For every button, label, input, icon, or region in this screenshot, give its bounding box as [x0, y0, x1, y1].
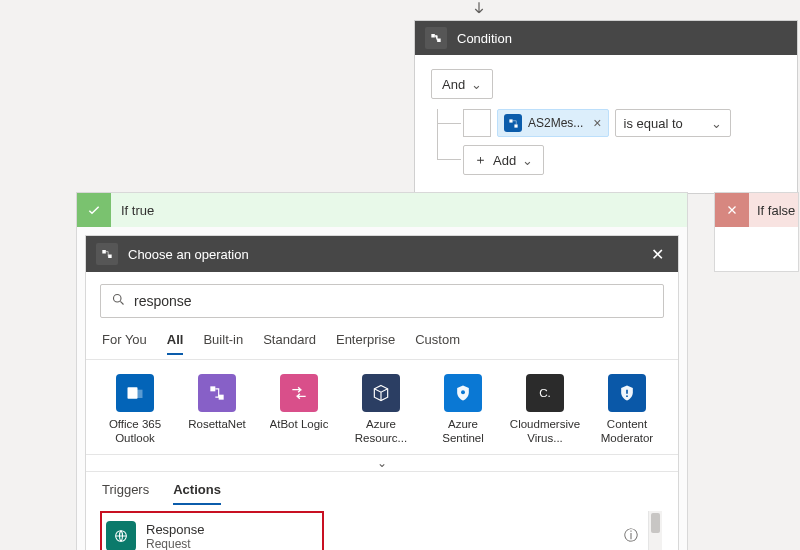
result-subtitle: Request [146, 537, 205, 551]
close-icon[interactable]: ✕ [647, 241, 668, 268]
connector-tile[interactable]: Office 365 Outlook [100, 374, 170, 446]
branch-if-true: If true Choose an operation ✕ For YouAll… [76, 192, 688, 550]
connector-tile[interactable]: AtBot Logic [264, 374, 334, 446]
category-tab[interactable]: Custom [415, 332, 460, 355]
connector-label: Azure Resourc... [346, 418, 416, 446]
tree-lines [431, 109, 463, 179]
outlook-icon [116, 374, 154, 412]
token-label: AS2Mes... [528, 116, 583, 130]
condition-body: And ⌄ AS2Mes... × is equ [415, 55, 797, 193]
connector-list: Office 365 OutlookRosettaNetAtBot LogicA… [100, 360, 664, 454]
arrows-icon [280, 374, 318, 412]
add-label: Add [493, 153, 516, 168]
category-tab[interactable]: Built-in [203, 332, 243, 355]
results-area: Response Request ⓘ [100, 511, 664, 550]
connector-label: RosettaNet [188, 418, 246, 446]
svg-rect-6 [219, 395, 224, 400]
flow-arrow-down-icon [469, 0, 489, 20]
branch-if-true-header[interactable]: If true [77, 193, 687, 227]
category-tab[interactable]: For You [102, 332, 147, 355]
svg-point-9 [626, 395, 628, 397]
connector-tile[interactable]: RosettaNet [182, 374, 252, 446]
sub-tab[interactable]: Triggers [102, 482, 149, 505]
x-icon [715, 193, 749, 227]
group-operator-dropdown[interactable]: And ⌄ [431, 69, 493, 99]
comparison-operator-label: is equal to [624, 116, 683, 131]
connector-label: Cloudmersive Virus... [510, 418, 580, 446]
token-remove-icon[interactable]: × [589, 115, 601, 131]
choose-operation-title: Choose an operation [128, 247, 249, 262]
branch-if-false: If false [714, 192, 799, 272]
flow-icon [198, 374, 236, 412]
branch-true-label: If true [121, 203, 154, 218]
connector-tile[interactable]: Azure Sentinel [428, 374, 498, 446]
add-condition-button[interactable]: ＋ Add ⌄ [463, 145, 544, 175]
chevron-down-icon: ⌄ [711, 116, 722, 131]
condition-card: Condition And ⌄ AS2Mes... × [414, 20, 798, 194]
category-tabs: For YouAllBuilt-inStandardEnterpriseCust… [102, 332, 662, 355]
left-operand-input[interactable] [463, 109, 491, 137]
search-field-wrap[interactable] [100, 284, 664, 318]
connector-label: AtBot Logic [270, 418, 329, 446]
search-input[interactable] [134, 293, 653, 309]
category-tab[interactable]: Standard [263, 332, 316, 355]
group-operator-label: And [442, 77, 465, 92]
warn-icon [608, 374, 646, 412]
condition-title: Condition [457, 31, 512, 46]
check-icon [77, 193, 111, 227]
svg-rect-0 [509, 119, 512, 122]
connector-tile[interactable]: Azure Resourc... [346, 374, 416, 446]
info-icon[interactable]: ⓘ [620, 523, 642, 549]
svg-rect-1 [514, 124, 517, 127]
sub-tab[interactable]: Actions [173, 482, 221, 505]
plus-icon: ＋ [474, 151, 487, 169]
connector-label: Content Moderator [592, 418, 662, 446]
control-icon [425, 27, 447, 49]
shield-icon [444, 374, 482, 412]
svg-point-2 [114, 294, 122, 302]
trigger-action-tabs: TriggersActions [102, 482, 662, 505]
category-tab[interactable]: All [167, 332, 184, 355]
svg-point-7 [461, 390, 465, 394]
control-icon [96, 243, 118, 265]
branch-false-label: If false [757, 203, 795, 218]
comparison-operator-dropdown[interactable]: is equal to ⌄ [615, 109, 731, 137]
token-as2-icon [504, 114, 522, 132]
category-tab[interactable]: Enterprise [336, 332, 395, 355]
cube-icon [362, 374, 400, 412]
choose-operation-header: Choose an operation ✕ [86, 236, 678, 272]
connector-label: Office 365 Outlook [100, 418, 170, 446]
svg-rect-5 [210, 386, 215, 391]
connector-tile[interactable]: Content Moderator [592, 374, 662, 446]
svg-text:C.: C. [539, 386, 551, 399]
condition-row: AS2Mes... × is equal to ⌄ [463, 109, 781, 137]
chevron-down-icon: ⌄ [471, 77, 482, 92]
choose-operation-panel: Choose an operation ✕ For YouAllBuilt-in… [85, 235, 679, 550]
result-title: Response [146, 522, 205, 537]
condition-row-group: AS2Mes... × is equal to ⌄ ＋ Add ⌄ [431, 109, 781, 179]
expand-connectors-button[interactable]: ⌄ [86, 454, 678, 472]
svg-rect-4 [136, 390, 143, 398]
chevron-down-icon: ⌄ [522, 153, 533, 168]
chevron-down-icon: ⌄ [377, 456, 387, 470]
letterC-icon: C. [526, 374, 564, 412]
search-icon [111, 292, 126, 311]
result-text: Response Request [146, 522, 205, 551]
results-scrollbar[interactable] [648, 511, 662, 550]
branch-if-false-header[interactable]: If false [715, 193, 798, 227]
connector-label: Azure Sentinel [428, 418, 498, 446]
result-response-action[interactable]: Response Request [100, 511, 324, 550]
connector-tile[interactable]: C.Cloudmersive Virus... [510, 374, 580, 446]
condition-header[interactable]: Condition [415, 21, 797, 55]
choose-operation-body: For YouAllBuilt-inStandardEnterpriseCust… [86, 272, 678, 550]
dynamic-content-token[interactable]: AS2Mes... × [497, 109, 609, 137]
globe-icon [106, 521, 136, 550]
